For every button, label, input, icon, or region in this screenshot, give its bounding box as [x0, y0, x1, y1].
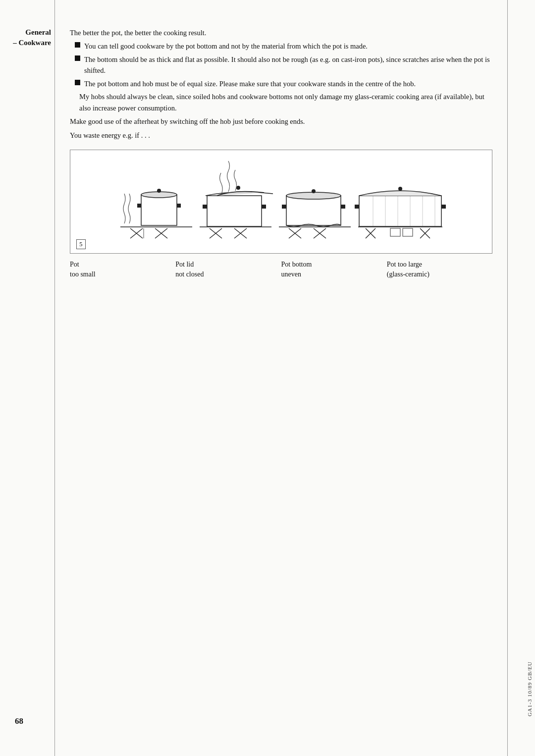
caption-1-line2: too small [70, 270, 170, 279]
svg-point-44 [398, 187, 402, 191]
bullet-icon-3 [75, 80, 80, 85]
svg-point-17 [236, 186, 240, 190]
bullet-text-3: The pot bottom and hob must be of equal … [84, 78, 492, 89]
hob3 [279, 227, 351, 238]
svg-rect-18 [203, 205, 207, 209]
svg-rect-19 [262, 205, 266, 209]
heading-line1: General [1, 27, 51, 38]
svg-point-8 [157, 189, 161, 193]
svg-rect-28 [282, 205, 286, 209]
para2: You waste energy e.g. if . . . [70, 130, 492, 141]
caption-2-line2: not closed [175, 270, 276, 279]
bullet-icon-2 [75, 55, 80, 61]
caption-3-line2: uneven [281, 270, 382, 279]
caption-4-line1: Pot too large [387, 260, 487, 270]
section-heading: General – Cookware [1, 27, 51, 48]
left-margin: 68 [0, 0, 54, 756]
svg-rect-37 [359, 196, 441, 226]
svg-rect-31 [390, 228, 400, 236]
hob2 [200, 227, 271, 238]
pot1-body [137, 189, 181, 225]
bullet-text-2: The bottom should be as thick and flat a… [84, 54, 492, 76]
illustration [76, 155, 486, 249]
main-content: General – Cookware The better the pot, t… [55, 0, 507, 756]
pot2-body [203, 161, 273, 226]
indented-text: My hobs should always be clean, since so… [79, 91, 492, 113]
figure-number: 5 [76, 239, 86, 249]
para1: Make good use of the afterheat by switch… [70, 116, 492, 127]
svg-rect-32 [403, 228, 413, 236]
bullet-list: You can tell good cookware by the pot bo… [75, 41, 492, 89]
svg-rect-16 [207, 196, 262, 226]
svg-rect-25 [286, 196, 341, 225]
pot3-body [282, 189, 345, 227]
hob4 [358, 227, 442, 238]
figure-box: 5 [70, 150, 492, 254]
caption-2-line1: Pot lid [175, 260, 276, 270]
bullet-icon-1 [75, 42, 80, 48]
caption-row: Pot too small Pot lid not closed Pot bot… [70, 260, 492, 279]
caption-2: Pot lid not closed [175, 260, 281, 279]
hob1 [120, 194, 192, 238]
intro-text: The better the pot, the better the cooki… [70, 27, 492, 38]
caption-3-line1: Pot bottom [281, 260, 382, 270]
svg-rect-46 [441, 205, 446, 209]
svg-point-26 [286, 192, 341, 199]
bullet-item-1: You can tell good cookware by the pot bo… [75, 41, 492, 52]
caption-4: Pot too large (glass-ceramic) [387, 260, 492, 279]
bullet-text-1: You can tell good cookware by the pot bo… [84, 41, 492, 52]
barcode-text: GA1-3 10/89 GB/EU [527, 661, 533, 716]
svg-point-27 [312, 189, 316, 193]
bullet-item-2: The bottom should be as thick and flat a… [75, 54, 492, 76]
page-number: 68 [15, 716, 23, 726]
right-bar: GA1-3 10/89 GB/EU [508, 0, 535, 756]
bullet-item-3: The pot bottom and hob must be of equal … [75, 78, 492, 89]
pot4-body [355, 187, 446, 226]
caption-4-line2: (glass-ceramic) [387, 270, 487, 279]
caption-1-line1: Pot [70, 260, 170, 270]
svg-rect-45 [355, 205, 359, 209]
heading-line2: – Cookware [1, 38, 51, 48]
caption-3: Pot bottom uneven [281, 260, 387, 279]
page: 68 General – Cookware The better the pot… [0, 0, 535, 756]
pot-illustrations-svg [115, 155, 447, 249]
caption-1: Pot too small [70, 260, 175, 279]
svg-rect-9 [137, 204, 141, 208]
svg-rect-6 [141, 195, 177, 225]
svg-rect-29 [341, 205, 345, 209]
svg-rect-10 [177, 204, 181, 208]
